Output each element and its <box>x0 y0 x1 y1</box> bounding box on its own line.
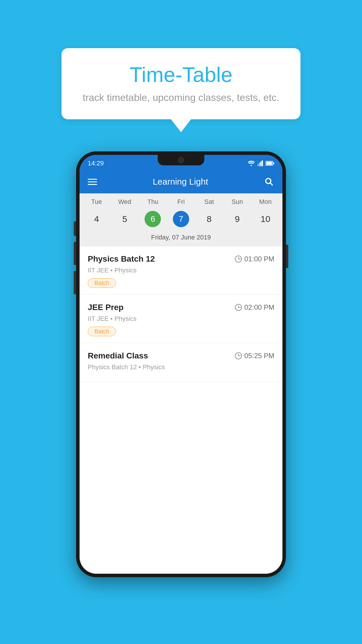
day-mon: Mon <box>251 198 280 209</box>
svg-rect-3 <box>262 160 263 166</box>
schedule-item-1-time: 01:00 PM <box>235 255 274 263</box>
schedule-item-3[interactable]: Remedial Class 05:25 PM Physics Batch 12… <box>80 343 282 382</box>
schedule-item-2-title: JEE Prep <box>88 303 124 312</box>
date-5[interactable]: 5 <box>111 211 139 227</box>
app-bar: Learning Light <box>80 170 282 193</box>
days-header: Tue Wed Thu Fri Sat Sun Mon <box>80 198 282 209</box>
side-button-left-3 <box>74 271 76 294</box>
schedule-item-3-time-text: 05:25 PM <box>244 352 274 360</box>
days-numbers: 4 5 6 7 8 9 10 <box>80 209 282 231</box>
hamburger-icon[interactable] <box>88 179 97 185</box>
svg-rect-6 <box>273 162 274 164</box>
schedule-item-2-header: JEE Prep 02:00 PM <box>88 303 274 312</box>
schedule-item-2-time: 02:00 PM <box>235 303 274 312</box>
schedule-item-3-title: Remedial Class <box>88 351 148 360</box>
clock-icon-1 <box>235 256 242 262</box>
day-fri: Fri <box>167 198 195 209</box>
clock-icon-3 <box>235 352 242 359</box>
batch-tag-2: Batch <box>88 327 116 336</box>
svg-rect-2 <box>260 162 261 166</box>
phone-notch <box>158 155 204 165</box>
svg-line-8 <box>270 183 273 186</box>
calendar-strip: Tue Wed Thu Fri Sat Sun Mon 4 5 6 7 8 9 … <box>80 193 282 246</box>
schedule-item-3-time: 05:25 PM <box>235 352 274 360</box>
day-thu: Thu <box>139 198 167 209</box>
speech-bubble-container: Time-Table track timetable, upcoming cla… <box>61 48 301 119</box>
schedule-item-1-header: Physics Batch 12 01:00 PM <box>88 254 274 264</box>
hamburger-line-2 <box>88 181 97 182</box>
signal-icon <box>257 160 263 166</box>
phone-container: 14:29 <box>76 151 286 577</box>
search-button[interactable] <box>264 176 274 187</box>
side-button-left-1 <box>74 221 76 236</box>
day-tue: Tue <box>82 198 111 209</box>
wifi-icon <box>247 160 255 166</box>
day-wed: Wed <box>111 198 139 209</box>
phone-camera <box>178 157 184 163</box>
schedule-item-2-time-text: 02:00 PM <box>244 303 274 312</box>
app-title: Learning Light <box>104 177 257 187</box>
schedule-list: Physics Batch 12 01:00 PM IIT JEE • Phys… <box>80 246 282 574</box>
date-7-selected[interactable]: 7 <box>173 211 189 227</box>
svg-point-7 <box>266 178 271 184</box>
svg-rect-5 <box>266 162 272 165</box>
date-6-today[interactable]: 6 <box>145 211 161 227</box>
hamburger-line-3 <box>88 184 97 185</box>
svg-rect-1 <box>259 163 260 166</box>
date-10[interactable]: 10 <box>251 211 280 227</box>
bubble-subtitle: track timetable, upcoming classes, tests… <box>79 92 283 103</box>
day-sun: Sun <box>223 198 252 209</box>
schedule-item-3-header: Remedial Class 05:25 PM <box>88 351 274 360</box>
date-8[interactable]: 8 <box>195 211 223 227</box>
day-sat: Sat <box>195 198 223 209</box>
date-4[interactable]: 4 <box>82 211 111 227</box>
bubble-title: Time-Table <box>79 63 283 87</box>
clock-icon-2 <box>235 304 242 311</box>
search-icon <box>265 177 273 186</box>
schedule-item-1-subtitle: IIT JEE • Physics <box>88 267 274 274</box>
schedule-item-1-time-text: 01:00 PM <box>244 255 274 263</box>
status-time: 14:29 <box>88 160 104 167</box>
schedule-item-1-title: Physics Batch 12 <box>88 254 155 264</box>
phone-frame: 14:29 <box>76 151 286 577</box>
schedule-item-2-subtitle: IIT JEE • Physics <box>88 315 274 323</box>
schedule-item-2[interactable]: JEE Prep 02:00 PM IIT JEE • Physics Batc… <box>80 295 282 343</box>
svg-rect-0 <box>257 164 259 166</box>
speech-bubble: Time-Table track timetable, upcoming cla… <box>61 48 301 119</box>
status-icons <box>247 160 274 166</box>
battery-icon <box>266 161 274 166</box>
selected-date-label: Friday, 07 June 2019 <box>80 231 282 246</box>
phone-screen: 14:29 <box>80 155 282 574</box>
schedule-item-1[interactable]: Physics Batch 12 01:00 PM IIT JEE • Phys… <box>80 246 282 295</box>
batch-tag-1: Batch <box>88 278 116 288</box>
schedule-item-3-subtitle: Physics Batch 12 • Physics <box>88 363 274 371</box>
side-button-left-2 <box>74 242 76 265</box>
hamburger-line-1 <box>88 179 97 180</box>
side-button-right <box>286 245 288 268</box>
date-9[interactable]: 9 <box>223 211 252 227</box>
